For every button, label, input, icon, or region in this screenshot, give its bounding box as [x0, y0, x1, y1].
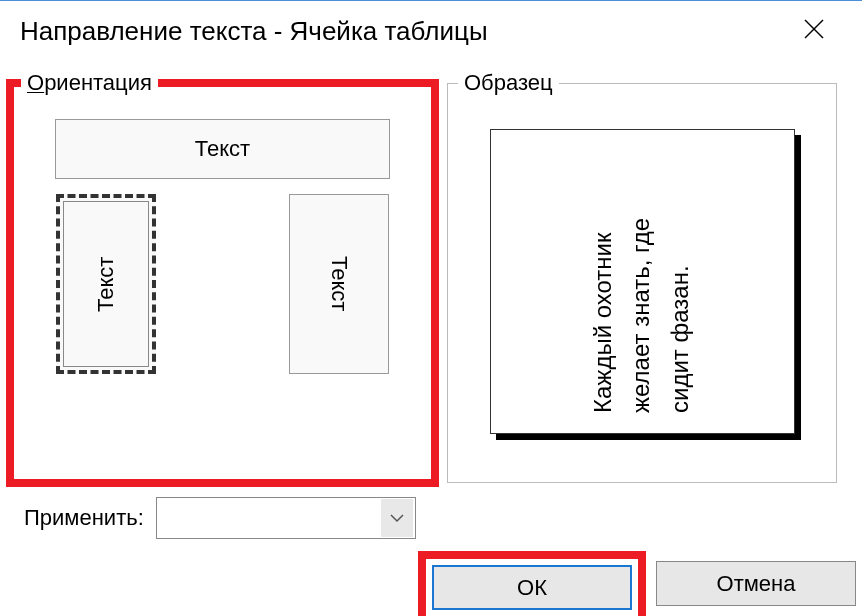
ok-button[interactable]: ОК: [432, 565, 632, 610]
sample-label: Образец: [458, 70, 559, 96]
apply-label: Применить:: [24, 505, 144, 531]
close-button[interactable]: [786, 9, 842, 54]
orientation-horizontal-button[interactable]: Текст: [55, 119, 390, 179]
apply-dropdown[interactable]: [156, 497, 416, 539]
orientation-top-down-label: Текст: [326, 256, 352, 311]
chevron-down-icon: [381, 499, 413, 537]
cancel-button-label: Отмена: [717, 571, 796, 597]
orientation-bottom-up-label: Текст: [93, 256, 119, 311]
sample-group: Образец Каждый охотник желает знать, где…: [447, 83, 837, 483]
text-direction-dialog: Направление текста - Ячейка таблицы Орие…: [0, 0, 862, 616]
close-icon: [802, 17, 826, 41]
titlebar: Направление текста - Ячейка таблицы: [0, 1, 862, 61]
orientation-label: Ориентация: [21, 70, 158, 96]
orientation-group: Ориентация Текст Текст Текст: [10, 83, 435, 483]
orientation-horizontal-label: Текст: [195, 136, 250, 162]
button-row: ОК Отмена: [428, 561, 856, 614]
ok-highlight: ОК: [428, 561, 636, 614]
cancel-button[interactable]: Отмена: [656, 561, 856, 606]
sample-preview: Каждый охотник желает знать, где сидит ф…: [490, 129, 795, 434]
apply-row: Применить:: [0, 483, 862, 539]
dialog-title: Направление текста - Ячейка таблицы: [20, 16, 488, 47]
orientation-bottom-up-button[interactable]: Текст: [56, 194, 156, 374]
orientation-top-down-button[interactable]: Текст: [289, 194, 389, 374]
sample-text: Каждый охотник желает знать, где сидит ф…: [584, 150, 699, 413]
ok-button-label: ОК: [517, 575, 547, 601]
dialog-content: Ориентация Текст Текст Текст: [0, 61, 862, 483]
